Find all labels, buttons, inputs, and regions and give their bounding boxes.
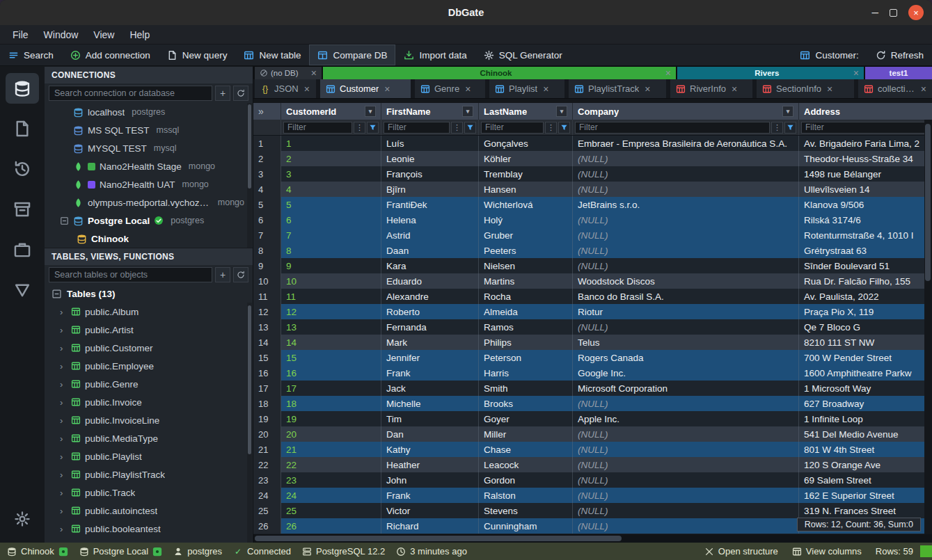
cell-lastname[interactable]: Goyer	[479, 411, 573, 426]
close-icon[interactable]: ×	[665, 67, 671, 79]
cell-customerid[interactable]: 14	[281, 335, 381, 350]
cell-company[interactable]: (NULL)	[573, 182, 799, 197]
cell-address[interactable]: 1 Microsoft Way	[799, 381, 932, 396]
cell-address[interactable]: 162 E Superior Street	[799, 488, 932, 503]
table-row[interactable]: 2121KathyChase(NULL)801 W 4th Street	[253, 442, 932, 457]
table-public-customer[interactable]: ›public.Customer	[45, 339, 253, 357]
table-row[interactable]: 88DaanPeeters(NULL)Grétrystraat 63	[253, 243, 932, 258]
cell-lastname[interactable]: Tremblay	[479, 166, 573, 182]
connection-nano2health-stage[interactable]: Nano2Health Stagemongo	[45, 157, 253, 175]
refresh-icon[interactable]	[233, 86, 248, 101]
table-row[interactable]: 1818MichelleBrooks(NULL)627 Broadway	[253, 396, 932, 411]
chevron-right-icon[interactable]: ›	[60, 433, 67, 444]
cell-firstname[interactable]: Astrid	[381, 227, 479, 243]
connection-localhost[interactable]: localhostpostgres	[45, 103, 253, 121]
cell-customerid[interactable]: 17	[281, 381, 381, 396]
table-row[interactable]: 33FrançoisTremblay(NULL)1498 rue Bélange…	[253, 166, 932, 182]
cell-company[interactable]: (NULL)	[573, 503, 799, 518]
connections-search-input[interactable]	[49, 86, 212, 101]
status-view-columns[interactable]: View columns	[792, 546, 862, 557]
close-icon[interactable]: ×	[465, 83, 471, 95]
close-icon[interactable]: ×	[311, 67, 317, 79]
chevron-down-icon[interactable]: ▾	[782, 106, 793, 117]
toolbar-refresh-button[interactable]: Refresh	[867, 45, 932, 65]
table-row[interactable]: 2424FrankRalston(NULL)162 E Superior Str…	[253, 488, 932, 503]
table-row[interactable]: 66HelenaHolý(NULL)Rilská 3174/6	[253, 212, 932, 227]
menu-file[interactable]: File	[6, 27, 35, 42]
cell-address[interactable]: 801 W 4th Street	[799, 442, 932, 457]
cell-address[interactable]: Rua Dr. Falcão Filho, 155	[799, 273, 932, 289]
cell-company[interactable]: Apple Inc.	[573, 411, 799, 426]
tab-collection[interactable]: collection×	[858, 79, 932, 98]
cell-customerid[interactable]: 24	[281, 488, 381, 503]
objects-search-input[interactable]	[49, 267, 212, 282]
table-row[interactable]: 1111AlexandreRochaBanco do Brasil S.A.Av…	[253, 289, 932, 304]
cell-customerid[interactable]: 6	[281, 212, 381, 227]
close-icon[interactable]: ×	[853, 67, 859, 79]
cell-company[interactable]: (NULL)	[573, 243, 799, 258]
cell-customerid[interactable]: 5	[281, 197, 381, 212]
cell-customerid[interactable]: 21	[281, 442, 381, 457]
close-icon[interactable]: ×	[645, 83, 650, 95]
status-postgresql-12-2[interactable]: PostgreSQL 12.2	[302, 546, 385, 557]
cell-customerid[interactable]: 7	[281, 227, 381, 243]
cell-customerid[interactable]: 10	[281, 273, 381, 289]
table-row[interactable]: 2020DanMiller(NULL)541 Del Medio Avenue	[253, 426, 932, 442]
cell-lastname[interactable]: Leacock	[479, 457, 573, 472]
activity-filter-icon[interactable]	[6, 275, 39, 305]
cell-company[interactable]: JetBrains s.r.o.	[573, 197, 799, 212]
cell-lastname[interactable]: Peterson	[479, 350, 573, 365]
menu-help[interactable]: Help	[123, 27, 157, 42]
db-tab-rivers[interactable]: Rivers×	[677, 67, 864, 79]
cell-company[interactable]: (NULL)	[573, 518, 799, 534]
db-tab-no-db[interactable]: (no DB)×	[255, 67, 322, 79]
minimize-button[interactable]: –	[872, 9, 878, 16]
table-public-genre[interactable]: ›public.Genre	[45, 375, 253, 393]
horizontal-scrollbar[interactable]	[253, 534, 932, 543]
table-public-employee[interactable]: ›public.Employee	[45, 357, 253, 375]
filter-input-company[interactable]	[575, 122, 770, 134]
cell-address[interactable]: 319 N. Frances Street	[799, 503, 932, 518]
cell-firstname[interactable]: François	[381, 166, 479, 182]
activity-history-icon[interactable]	[6, 154, 39, 184]
status-postgres[interactable]: postgres	[173, 546, 222, 557]
database-chinook[interactable]: Chinook	[45, 230, 253, 248]
cell-address[interactable]: Klanova 9/506	[799, 197, 932, 212]
scrollbar-thumb[interactable]	[925, 124, 931, 281]
filter-menu-icon[interactable]: ⋮	[545, 122, 557, 134]
cell-customerid[interactable]: 20	[281, 426, 381, 442]
tab-genre[interactable]: Genre×	[415, 79, 485, 98]
toolbar-new-query-button[interactable]: New query	[159, 45, 236, 65]
cell-company[interactable]: Banco do Brasil S.A.	[573, 289, 799, 304]
activity-archive-icon[interactable]	[6, 194, 39, 225]
table-row[interactable]: 1414MarkPhilipsTelus8210 111 ST NW	[253, 335, 932, 350]
funnel-icon[interactable]	[464, 122, 476, 134]
chevron-down-icon[interactable]: ▾	[556, 106, 567, 117]
cell-firstname[interactable]: Kara	[381, 258, 479, 273]
chevron-right-icon[interactable]: ›	[60, 506, 67, 516]
table-row[interactable]: 1010EduardoMartinsWoodstock DiscosRua Dr…	[253, 273, 932, 289]
plus-icon[interactable]: +	[215, 267, 230, 282]
tab-playlisttrack[interactable]: PlaylistTrack×	[569, 79, 666, 98]
chevron-down-icon[interactable]: ▾	[462, 106, 473, 117]
cell-firstname[interactable]: Richard	[381, 518, 479, 534]
table-public-booleantest[interactable]: ›public.booleantest	[45, 520, 253, 538]
activity-database-icon[interactable]	[6, 73, 39, 104]
cell-lastname[interactable]: Philips	[479, 335, 573, 350]
cell-customerid[interactable]: 23	[281, 472, 381, 488]
cell-company[interactable]: (NULL)	[573, 488, 799, 503]
cell-address[interactable]: Ullevîlsveien 14	[799, 182, 932, 197]
cell-lastname[interactable]: Brooks	[479, 396, 573, 411]
cell-firstname[interactable]: Fernanda	[381, 319, 479, 335]
tables-group-header[interactable]: Tables (13)	[45, 285, 253, 303]
toolbar-add-connection-button[interactable]: Add connection	[62, 45, 159, 65]
plus-icon[interactable]: +	[215, 86, 230, 101]
cell-firstname[interactable]: Eduardo	[381, 273, 479, 289]
scrollbar-thumb[interactable]	[255, 536, 622, 541]
cell-lastname[interactable]: Stevens	[479, 503, 573, 518]
db-tab-test1[interactable]: test1	[865, 67, 932, 79]
table-row[interactable]: 1919TimGoyerApple Inc.1 Infinite Loop	[253, 411, 932, 426]
column-header-company[interactable]: Company▾	[573, 103, 799, 120]
cell-lastname[interactable]: Almeida	[479, 304, 573, 319]
connection-ms-sql-test[interactable]: MS SQL TESTmssql	[45, 121, 253, 139]
